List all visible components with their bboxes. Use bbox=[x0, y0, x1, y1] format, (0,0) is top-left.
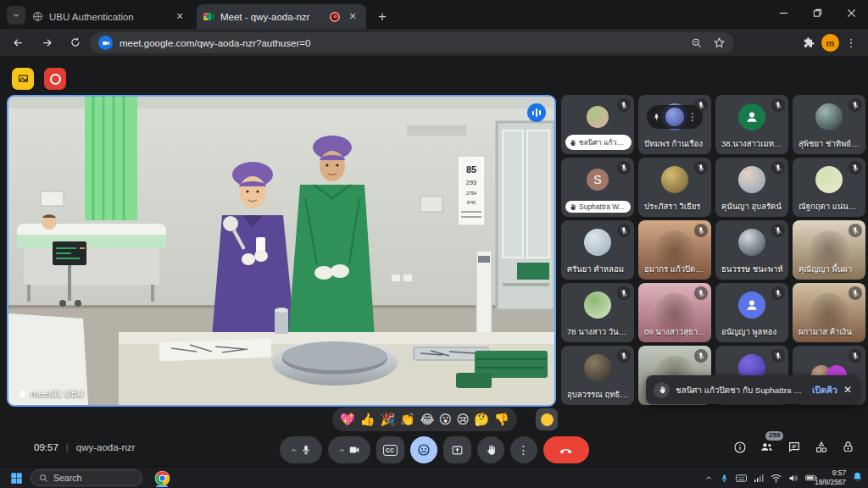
present-button[interactable] bbox=[443, 436, 471, 463]
new-tab-button[interactable]: + bbox=[373, 8, 392, 26]
tab-title: Meet - qwy-aoda-nzr bbox=[220, 12, 324, 22]
participant-tile[interactable]: 38.นางสาวเมทานี ... bbox=[715, 95, 788, 154]
participant-tile[interactable]: SSuphattra W... bbox=[561, 158, 634, 217]
mic-muted-icon bbox=[617, 224, 631, 237]
window-maximize-button[interactable] bbox=[800, 0, 834, 25]
mic-muted-icon bbox=[617, 161, 631, 175]
skin-tone-swatch bbox=[541, 413, 554, 426]
mic-button[interactable] bbox=[280, 436, 322, 463]
participant-tile[interactable]: 09 นางสาวสุธาสินี... bbox=[638, 283, 711, 342]
hidden-icons-button[interactable] bbox=[704, 474, 713, 482]
pin-button[interactable] bbox=[652, 113, 661, 122]
taskbar-chrome-button[interactable] bbox=[151, 469, 173, 487]
reaction-emoji-button[interactable]: 👎 bbox=[494, 413, 509, 426]
reaction-emoji-button[interactable]: 😮 bbox=[439, 413, 452, 426]
zoom-icon[interactable] bbox=[691, 37, 703, 49]
participant-avatar bbox=[738, 229, 765, 256]
window-minimize-button[interactable] bbox=[766, 0, 800, 25]
participant-tile[interactable]: ณัฐกฤตา แน่นอุดม bbox=[793, 158, 865, 217]
tab-meet[interactable]: Meet - qwy-aoda-nzr ✕ bbox=[197, 4, 366, 29]
taskbar-clock[interactable]: 9:57 18/8/2567 bbox=[815, 469, 846, 487]
clock-time: 9:57 bbox=[815, 469, 846, 478]
participant-name: ผกามาส ค้าเงิน bbox=[798, 325, 852, 338]
forward-button[interactable] bbox=[36, 31, 58, 53]
meeting-details-button[interactable] bbox=[732, 439, 748, 455]
audio-level-indicator[interactable] bbox=[527, 103, 546, 122]
participant-name: คุนันญา อุบลรัตน์ bbox=[721, 200, 782, 213]
participant-tile[interactable]: ชลนิศา แก้วปิ... bbox=[561, 95, 634, 154]
participant-tile[interactable]: 78 นางสาว วันวิสา ... bbox=[561, 283, 634, 342]
cc-icon: CC bbox=[383, 445, 398, 456]
bookmark-star-icon[interactable] bbox=[713, 36, 726, 49]
participants-button[interactable]: 259 bbox=[759, 439, 775, 455]
windows-taskbar: Search 9:57 18/8/2567 bbox=[0, 466, 868, 488]
participant-name: Suphattra W... bbox=[579, 202, 625, 211]
browser-menu-button[interactable]: ⋮ bbox=[843, 34, 860, 52]
more-options-button[interactable]: ⋮ bbox=[510, 436, 537, 463]
host-controls-button[interactable] bbox=[840, 439, 856, 455]
screenshot-extension-button[interactable] bbox=[12, 68, 34, 90]
notifications-button[interactable] bbox=[852, 471, 863, 482]
participant-tile[interactable]: คุนันญา อุบลรัตน์ bbox=[715, 158, 788, 217]
reactions-button[interactable] bbox=[410, 436, 437, 463]
raised-hand-icon bbox=[17, 389, 26, 398]
camera-button[interactable] bbox=[328, 436, 370, 463]
participant-tile[interactable]: อนัญญา พูลทอง bbox=[715, 283, 788, 342]
profile-avatar[interactable]: m bbox=[821, 34, 839, 52]
main-video-tile[interactable]: 85 293 2754 8745 bbox=[7, 95, 556, 407]
toast-close-button[interactable]: ✕ bbox=[843, 384, 852, 396]
cellular-signal-icon[interactable] bbox=[754, 474, 764, 483]
open-queue-button[interactable]: เปิดคิว bbox=[812, 383, 837, 397]
svg-text:2754: 2754 bbox=[466, 191, 476, 196]
participant-avatar bbox=[815, 103, 843, 130]
reaction-emoji-button[interactable]: 🎉 bbox=[380, 413, 395, 426]
tab-close-button[interactable]: ✕ bbox=[173, 10, 186, 24]
tile-hover-controls: ⋮ bbox=[647, 105, 703, 129]
back-button[interactable] bbox=[7, 31, 29, 53]
taskbar-search[interactable]: Search bbox=[31, 469, 142, 486]
tab-search-button[interactable] bbox=[7, 6, 25, 25]
extensions-icon[interactable] bbox=[803, 36, 815, 49]
speaker-icon[interactable] bbox=[788, 474, 798, 483]
reaction-emoji-button[interactable]: 😂 bbox=[420, 413, 434, 426]
participant-tile[interactable]: คุณัญญา พื้นผา bbox=[793, 220, 865, 280]
hover-avatar bbox=[665, 108, 684, 126]
reload-button[interactable] bbox=[64, 31, 86, 53]
address-bar[interactable]: meet.google.com/qwy-aoda-nzr?authuser=0 bbox=[90, 32, 734, 53]
reaction-emoji-button[interactable]: 💖 bbox=[340, 413, 355, 426]
tab-close-button[interactable]: ✕ bbox=[346, 10, 359, 24]
captions-button[interactable]: CC bbox=[376, 436, 404, 463]
end-call-button[interactable] bbox=[543, 436, 589, 463]
participant-tile[interactable]: ประภัสรา วิเธียร bbox=[638, 158, 711, 217]
mic-muted-icon bbox=[694, 98, 708, 112]
reaction-emoji-button[interactable]: 🤔 bbox=[474, 413, 489, 426]
raise-hand-button[interactable] bbox=[477, 436, 504, 463]
participant-tile[interactable]: ธนวรรษ ชนะพาห์ bbox=[715, 220, 788, 280]
toast-message: ชลนิศา แก้วปิดชา กับ Suphattra Wibun ยกม… bbox=[676, 384, 806, 396]
chevron-down-icon bbox=[12, 11, 20, 19]
participant-tile[interactable]: ผกามาส ค้าเงิน bbox=[793, 283, 865, 342]
participant-grid: ชลนิศา แก้วปิ...⋮ปัทมพร ก้านเรือง38.นางส… bbox=[561, 95, 865, 405]
tile-more-button[interactable]: ⋮ bbox=[687, 111, 698, 123]
activities-button[interactable] bbox=[813, 439, 829, 455]
hand-icon bbox=[485, 444, 497, 456]
wifi-icon[interactable] bbox=[771, 474, 782, 483]
chat-button[interactable] bbox=[786, 439, 802, 455]
window-close-button[interactable] bbox=[834, 0, 868, 25]
skin-tone-selector[interactable] bbox=[536, 408, 558, 430]
record-extension-button[interactable] bbox=[44, 68, 66, 90]
tab-ubu-authentication[interactable]: UBU Authentication ✕ bbox=[25, 4, 193, 29]
main-video-scene: 85 293 2754 8745 bbox=[8, 97, 554, 405]
start-button[interactable] bbox=[7, 469, 25, 486]
participant-name: 09 นางสาวสุธาสินี... bbox=[644, 325, 707, 338]
participant-tile[interactable]: สุพิชยา ช่าทิพย์พาที bbox=[793, 95, 865, 154]
participant-tile[interactable]: อุบลวรรณ ฤทธิวงษ์ bbox=[561, 346, 634, 405]
participant-tile[interactable]: ⋮ปัทมพร ก้านเรือง bbox=[638, 95, 711, 154]
keyboard-icon[interactable] bbox=[736, 474, 747, 483]
reaction-emoji-button[interactable]: 😢 bbox=[456, 413, 469, 426]
reaction-emoji-button[interactable]: 👏 bbox=[400, 413, 415, 426]
participant-tile[interactable]: ศรันยา คำหลอม bbox=[561, 220, 634, 280]
participant-tile[interactable]: อุมากร แก้วปิดโชติ bbox=[638, 220, 711, 280]
mic-in-use-icon[interactable] bbox=[720, 474, 729, 483]
reaction-emoji-button[interactable]: 👍 bbox=[360, 413, 376, 426]
